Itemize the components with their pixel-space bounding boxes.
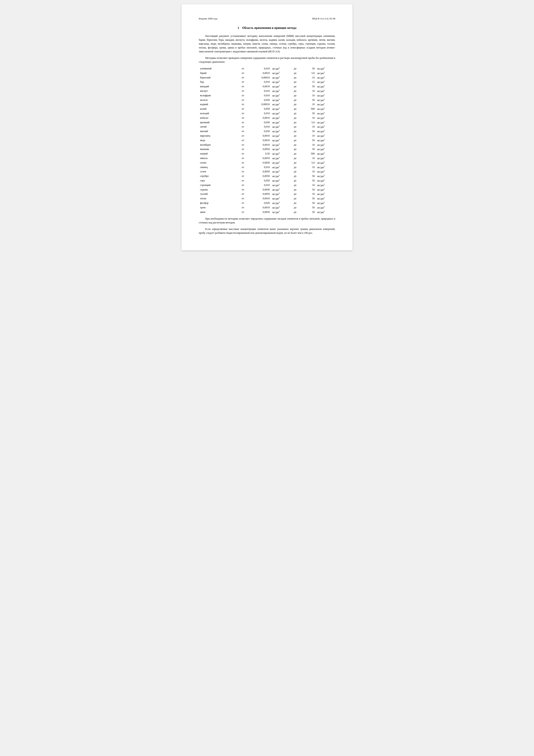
table-row: медь от 0,0010 мг/дм3 до 50 мг/дм3 (199, 138, 335, 143)
to-label: до (290, 134, 300, 138)
unit-1: мг/дм3 (271, 169, 291, 174)
table-row: сурьма от 0,0050 мг/дм3 до 50 мг/дм3 (199, 187, 335, 192)
from-value: 0,0050 (248, 192, 271, 196)
element-name: свинец (199, 165, 237, 170)
table-row: сера от 0,050 мг/дм3 до 50 мг/дм3 (199, 178, 335, 183)
unit-2: мг/дм3 (316, 93, 335, 98)
element-name: серебро (199, 174, 237, 178)
unit-2: мг/дм3 (316, 84, 335, 89)
to-value: 50 (300, 129, 316, 134)
to-value: 50 (300, 111, 316, 116)
to-label: до (290, 67, 300, 71)
element-name: сера (199, 178, 237, 183)
from-value: 0,050 (248, 98, 271, 102)
to-label: до (290, 143, 300, 147)
unit-2: мг/дм3 (316, 138, 335, 143)
to-label: до (290, 102, 300, 107)
from-value: 0,0050 (248, 169, 271, 174)
element-name: барий (199, 71, 237, 75)
table-row: кремний от 0,050 мг/дм3 до 5,0 мг/дм3 (199, 120, 335, 125)
edition-label: Издание 2008 года (199, 17, 217, 20)
unit-1: мг/дм3 (271, 138, 291, 143)
element-name: натрий (199, 151, 237, 156)
to-label: до (290, 151, 300, 156)
element-name: олово (199, 160, 237, 165)
from-label: от (237, 183, 248, 187)
elements-table: алюминий от 0,010 мг/дм3 до 50 мг/дм3 ба… (199, 67, 335, 214)
unit-2: мг/дм3 (316, 71, 335, 75)
unit-2: мг/дм3 (316, 178, 335, 183)
table-row: олово от 0,0050 мг/дм3 до 5,0 мг/дм3 (199, 160, 335, 165)
element-name: вольфрам (199, 93, 237, 98)
to-label: до (290, 111, 300, 116)
to-label: до (290, 169, 300, 174)
from-value: 0,050 (248, 120, 271, 125)
table-row: цинк от 0,0050 мг/дм3 до 50 мг/дм3 (199, 210, 335, 214)
to-label: до (290, 80, 300, 84)
from-label: от (237, 143, 248, 147)
to-label: до (290, 174, 300, 178)
element-name: медь (199, 138, 237, 143)
from-value: 0,0010 (248, 134, 271, 138)
from-value: 0,050 (248, 129, 271, 134)
table-row: бериллий от 0,00010 мг/дм3 до 10 мг/дм3 (199, 75, 335, 80)
to-value: 10 (300, 134, 316, 138)
table-row: кальций от 0,010 мг/дм3 до 50 мг/дм3 (199, 111, 335, 116)
element-name: кадмий (199, 102, 237, 107)
to-value: 500 (300, 151, 316, 156)
from-value: 0,00010 (248, 75, 271, 80)
paragraph-3: При необходимости методика позволяет опр… (199, 217, 335, 225)
to-value: 50 (300, 174, 316, 178)
from-label: от (237, 205, 248, 210)
unit-1: мг/дм3 (271, 120, 291, 125)
from-value: 0,0050 (248, 160, 271, 165)
element-name: сурьма (199, 187, 237, 192)
table-row: кобальт от 0,0010 мг/дм3 до 10 мг/дм3 (199, 116, 335, 120)
to-label: до (290, 210, 300, 214)
unit-2: мг/дм3 (316, 116, 335, 120)
to-value: 10 (300, 156, 316, 160)
from-label: от (237, 134, 248, 138)
unit-2: мг/дм3 (316, 201, 335, 205)
unit-2: мг/дм3 (316, 111, 335, 116)
unit-2: мг/дм3 (316, 210, 335, 214)
to-label: до (290, 201, 300, 205)
unit-2: мг/дм3 (316, 169, 335, 174)
unit-2: мг/дм3 (316, 124, 335, 129)
unit-1: мг/дм3 (271, 183, 291, 187)
table-row: молибден от 0,0010 мг/дм3 до 10 мг/дм3 (199, 143, 335, 147)
table-row: селен от 0,0050 мг/дм3 до 10 мг/дм3 (199, 169, 335, 174)
to-label: до (290, 187, 300, 192)
from-label: от (237, 138, 248, 143)
from-label: от (237, 116, 248, 120)
element-name: висмут (199, 89, 237, 93)
unit-2: мг/дм3 (316, 67, 335, 71)
table-row: барий от 0,0010 мг/дм3 до 5,0 мг/дм3 (199, 71, 335, 75)
to-label: до (290, 120, 300, 125)
from-value: 0,0050 (248, 210, 271, 214)
from-value: 0,0010 (248, 116, 271, 120)
table-row: калий от 0,050 мг/дм3 до 500 мг/дм3 (199, 107, 335, 111)
table-row: литий от 0,010 мг/дм3 до 10 мг/дм3 (199, 124, 335, 129)
to-label: до (290, 75, 300, 80)
element-name: цинк (199, 210, 237, 214)
from-label: от (237, 71, 248, 75)
from-value: 0,0010 (248, 84, 271, 89)
unit-1: мг/дм3 (271, 80, 291, 84)
unit-1: мг/дм3 (271, 156, 291, 160)
unit-2: мг/дм3 (316, 156, 335, 160)
unit-1: мг/дм3 (271, 160, 291, 165)
from-label: от (237, 67, 248, 71)
unit-1: мг/дм3 (271, 134, 291, 138)
from-label: от (237, 187, 248, 192)
unit-1: мг/дм3 (271, 174, 291, 178)
from-label: от (237, 75, 248, 80)
unit-1: мг/дм3 (271, 93, 291, 98)
to-label: до (290, 89, 300, 93)
table-row: железо от 0,050 мг/дм3 до 50 мг/дм3 (199, 98, 335, 102)
to-value: 50 (300, 205, 316, 210)
from-label: от (237, 196, 248, 201)
to-value: 10 (300, 124, 316, 129)
from-value: 0,0050 (248, 147, 271, 151)
from-label: от (237, 84, 248, 89)
